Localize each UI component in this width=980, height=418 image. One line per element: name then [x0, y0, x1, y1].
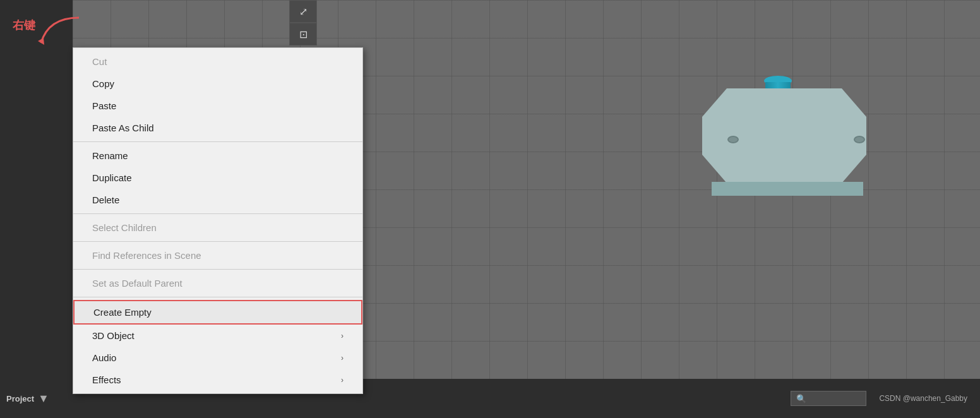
menu-item-effects[interactable]: Effects› [73, 369, 362, 391]
svg-marker-0 [38, 38, 44, 45]
arrow-icon [35, 15, 85, 49]
separator-after-delete [73, 213, 362, 214]
menu-item-label-paste-as-child: Paste As Child [92, 122, 154, 133]
menu-item-delete[interactable]: Delete [73, 189, 362, 211]
separator-after-select-children [73, 241, 362, 242]
separator-after-paste-as-child [73, 141, 362, 142]
menu-item-label-3d-object: 3D Object [92, 330, 134, 341]
annotation-label: 右键 [13, 19, 35, 32]
watermark-text: CSDN @wanchen_Gabby [879, 394, 967, 403]
menu-item-label-rename: Rename [92, 150, 128, 161]
submenu-arrow-audio: › [341, 354, 344, 362]
menu-item-label-paste: Paste [92, 100, 116, 111]
menu-item-select-children[interactable]: Select Children [73, 217, 362, 239]
menu-item-label-set-default-parent: Set as Default Parent [92, 278, 182, 289]
menu-item-set-default-parent[interactable]: Set as Default Parent [73, 272, 362, 294]
menu-item-audio[interactable]: Audio› [73, 347, 362, 369]
menu-item-label-audio: Audio [92, 352, 116, 363]
hole-left [727, 136, 739, 143]
platform [683, 88, 885, 215]
menu-item-label-cut: Cut [92, 56, 107, 67]
viewport-toolbar: ⤢ ⊡ [289, 0, 317, 45]
context-menu: CutCopyPastePaste As ChildRenameDuplicat… [73, 47, 363, 394]
menu-item-label-duplicate: Duplicate [92, 172, 132, 183]
menu-item-label-delete: Delete [92, 194, 119, 205]
menu-item-paste[interactable]: Paste [73, 95, 362, 117]
menu-item-cut[interactable]: Cut [73, 51, 362, 73]
menu-item-paste-as-child[interactable]: Paste As Child [73, 117, 362, 139]
menu-item-rename[interactable]: Rename [73, 145, 362, 167]
menu-item-label-select-children: Select Children [92, 222, 157, 233]
submenu-arrow-effects: › [341, 376, 344, 385]
separator-after-set-default-parent [73, 297, 362, 297]
separator-after-find-references [73, 269, 362, 270]
menu-item-duplicate[interactable]: Duplicate [73, 167, 362, 189]
project-expand-icon[interactable]: ▼ [38, 392, 49, 405]
menu-item-label-create-empty: Create Empty [93, 307, 152, 318]
menu-item-create-empty[interactable]: Create Empty [73, 300, 362, 325]
expand-icon[interactable]: ⤢ [289, 0, 317, 23]
3d-object-scene [671, 51, 898, 227]
menu-item-3d-object[interactable]: 3D Object› [73, 325, 362, 347]
menu-item-copy[interactable]: Copy [73, 73, 362, 95]
project-label: Project [6, 394, 34, 403]
menu-item-label-effects: Effects [92, 374, 121, 385]
menu-item-find-references[interactable]: Find References in Scene [73, 244, 362, 266]
hole-right [854, 136, 865, 143]
sidebar [0, 0, 73, 418]
menu-item-label-find-references: Find References in Scene [92, 250, 201, 261]
submenu-arrow-3d-object: › [341, 331, 344, 340]
annotation: 右键 [13, 18, 35, 33]
search-input[interactable] [791, 391, 866, 406]
platform-side [712, 182, 863, 196]
menu-item-label-copy: Copy [92, 78, 114, 89]
resize-icon[interactable]: ⊡ [289, 23, 317, 45]
platform-top [702, 88, 866, 183]
